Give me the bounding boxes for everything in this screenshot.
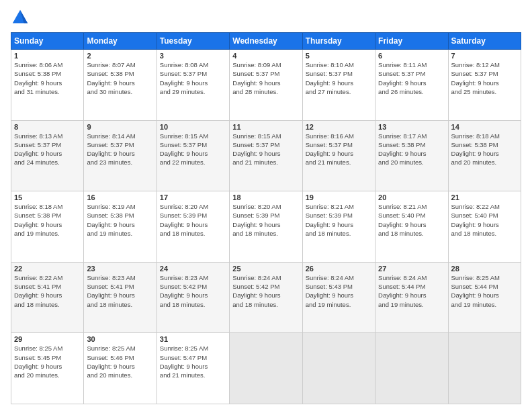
calendar-cell: 1Sunrise: 8:06 AM Sunset: 5:38 PM Daylig… — [11, 50, 84, 121]
calendar-cell: 12Sunrise: 8:16 AM Sunset: 5:37 PM Dayli… — [302, 120, 375, 191]
day-info: Sunrise: 8:14 AM Sunset: 5:37 PM Dayligh… — [87, 132, 153, 167]
calendar-cell: 6Sunrise: 8:11 AM Sunset: 5:37 PM Daylig… — [375, 50, 448, 121]
calendar-cell: 27Sunrise: 8:24 AM Sunset: 5:44 PM Dayli… — [375, 262, 448, 333]
calendar-cell: 22Sunrise: 8:22 AM Sunset: 5:41 PM Dayli… — [11, 262, 84, 333]
day-info: Sunrise: 8:21 AM Sunset: 5:40 PM Dayligh… — [378, 202, 445, 238]
day-number: 27 — [378, 265, 445, 273]
day-info: Sunrise: 8:23 AM Sunset: 5:42 PM Dayligh… — [160, 273, 226, 309]
day-number: 7 — [451, 52, 518, 60]
day-info: Sunrise: 8:15 AM Sunset: 5:37 PM Dayligh… — [160, 132, 226, 167]
calendar-cell: 13Sunrise: 8:17 AM Sunset: 5:38 PM Dayli… — [375, 120, 448, 191]
day-number: 6 — [378, 52, 445, 60]
day-number: 22 — [14, 265, 81, 273]
calendar-cell: 20Sunrise: 8:21 AM Sunset: 5:40 PM Dayli… — [375, 191, 448, 263]
day-info: Sunrise: 8:12 AM Sunset: 5:37 PM Dayligh… — [451, 60, 518, 96]
day-number: 9 — [87, 123, 153, 131]
day-number: 29 — [14, 335, 81, 343]
calendar-cell: 25Sunrise: 8:24 AM Sunset: 5:42 PM Dayli… — [230, 262, 302, 333]
day-info: Sunrise: 8:25 AM Sunset: 5:46 PM Dayligh… — [87, 344, 153, 379]
day-number: 5 — [306, 52, 372, 60]
calendar-cell: 30Sunrise: 8:25 AM Sunset: 5:46 PM Dayli… — [84, 333, 157, 404]
calendar-cell — [230, 333, 302, 404]
day-number: 13 — [378, 123, 445, 131]
calendar-cell: 3Sunrise: 8:08 AM Sunset: 5:37 PM Daylig… — [157, 50, 229, 121]
day-number: 26 — [306, 265, 372, 273]
day-number: 17 — [160, 193, 226, 201]
day-info: Sunrise: 8:21 AM Sunset: 5:39 PM Dayligh… — [306, 202, 372, 238]
week-row-1: 1Sunrise: 8:06 AM Sunset: 5:38 PM Daylig… — [11, 50, 521, 121]
day-number: 1 — [14, 52, 81, 60]
calendar-cell: 18Sunrise: 8:20 AM Sunset: 5:39 PM Dayli… — [230, 191, 302, 263]
day-info: Sunrise: 8:24 AM Sunset: 5:44 PM Dayligh… — [378, 273, 445, 309]
calendar-cell: 8Sunrise: 8:13 AM Sunset: 5:37 PM Daylig… — [11, 120, 84, 191]
column-header-monday: Monday — [84, 33, 157, 50]
calendar-header-row: SundayMondayTuesdayWednesdayThursdayFrid… — [11, 33, 521, 50]
day-info: Sunrise: 8:19 AM Sunset: 5:38 PM Dayligh… — [87, 202, 153, 238]
calendar-cell: 24Sunrise: 8:23 AM Sunset: 5:42 PM Dayli… — [157, 262, 229, 333]
day-info: Sunrise: 8:16 AM Sunset: 5:37 PM Dayligh… — [306, 132, 372, 167]
day-info: Sunrise: 8:17 AM Sunset: 5:38 PM Dayligh… — [378, 132, 445, 167]
day-number: 11 — [232, 123, 299, 131]
day-info: Sunrise: 8:18 AM Sunset: 5:38 PM Dayligh… — [14, 202, 81, 238]
day-number: 10 — [160, 123, 226, 131]
day-info: Sunrise: 8:09 AM Sunset: 5:37 PM Dayligh… — [232, 60, 299, 96]
day-number: 4 — [232, 52, 299, 60]
day-number: 2 — [87, 52, 153, 60]
column-header-saturday: Saturday — [448, 33, 521, 50]
day-info: Sunrise: 8:22 AM Sunset: 5:40 PM Dayligh… — [451, 202, 518, 238]
logo — [11, 8, 32, 27]
calendar-cell: 17Sunrise: 8:20 AM Sunset: 5:39 PM Dayli… — [157, 191, 229, 263]
day-number: 16 — [87, 193, 153, 201]
calendar-cell: 9Sunrise: 8:14 AM Sunset: 5:37 PM Daylig… — [84, 120, 157, 191]
calendar-cell: 10Sunrise: 8:15 AM Sunset: 5:37 PM Dayli… — [157, 120, 229, 191]
day-info: Sunrise: 8:10 AM Sunset: 5:37 PM Dayligh… — [306, 60, 372, 96]
day-number: 21 — [451, 193, 518, 201]
day-info: Sunrise: 8:25 AM Sunset: 5:45 PM Dayligh… — [14, 344, 81, 379]
day-number: 15 — [14, 193, 81, 201]
calendar-cell: 19Sunrise: 8:21 AM Sunset: 5:39 PM Dayli… — [302, 191, 375, 263]
page-header — [11, 8, 521, 27]
week-row-2: 8Sunrise: 8:13 AM Sunset: 5:37 PM Daylig… — [11, 120, 521, 191]
calendar-cell: 31Sunrise: 8:25 AM Sunset: 5:47 PM Dayli… — [157, 333, 229, 404]
calendar-cell — [302, 333, 375, 404]
calendar-cell: 14Sunrise: 8:18 AM Sunset: 5:38 PM Dayli… — [448, 120, 521, 191]
day-number: 19 — [306, 193, 372, 201]
column-header-thursday: Thursday — [302, 33, 375, 50]
day-info: Sunrise: 8:20 AM Sunset: 5:39 PM Dayligh… — [232, 202, 299, 238]
day-info: Sunrise: 8:15 AM Sunset: 5:37 PM Dayligh… — [232, 132, 299, 167]
week-row-5: 29Sunrise: 8:25 AM Sunset: 5:45 PM Dayli… — [11, 333, 521, 404]
day-info: Sunrise: 8:25 AM Sunset: 5:44 PM Dayligh… — [451, 273, 518, 309]
calendar-table: SundayMondayTuesdayWednesdayThursdayFrid… — [11, 32, 521, 404]
calendar-cell: 23Sunrise: 8:23 AM Sunset: 5:41 PM Dayli… — [84, 262, 157, 333]
day-number: 28 — [451, 265, 518, 273]
day-number: 25 — [232, 265, 299, 273]
day-number: 12 — [306, 123, 372, 131]
day-number: 3 — [160, 52, 226, 60]
calendar-cell: 7Sunrise: 8:12 AM Sunset: 5:37 PM Daylig… — [448, 50, 521, 121]
day-info: Sunrise: 8:25 AM Sunset: 5:47 PM Dayligh… — [160, 344, 226, 379]
day-number: 18 — [232, 193, 299, 201]
calendar-cell: 21Sunrise: 8:22 AM Sunset: 5:40 PM Dayli… — [448, 191, 521, 263]
day-info: Sunrise: 8:07 AM Sunset: 5:38 PM Dayligh… — [87, 60, 153, 96]
day-info: Sunrise: 8:13 AM Sunset: 5:37 PM Dayligh… — [14, 132, 81, 167]
day-number: 31 — [160, 335, 226, 343]
week-row-4: 22Sunrise: 8:22 AM Sunset: 5:41 PM Dayli… — [11, 262, 521, 333]
day-info: Sunrise: 8:24 AM Sunset: 5:43 PM Dayligh… — [306, 273, 372, 309]
calendar-cell: 29Sunrise: 8:25 AM Sunset: 5:45 PM Dayli… — [11, 333, 84, 404]
logo-icon — [11, 8, 30, 27]
column-header-wednesday: Wednesday — [230, 33, 302, 50]
day-number: 30 — [87, 335, 153, 343]
calendar-cell: 4Sunrise: 8:09 AM Sunset: 5:37 PM Daylig… — [230, 50, 302, 121]
column-header-friday: Friday — [375, 33, 448, 50]
day-info: Sunrise: 8:20 AM Sunset: 5:39 PM Dayligh… — [160, 202, 226, 238]
calendar-cell: 28Sunrise: 8:25 AM Sunset: 5:44 PM Dayli… — [448, 262, 521, 333]
day-info: Sunrise: 8:11 AM Sunset: 5:37 PM Dayligh… — [378, 60, 445, 96]
calendar-cell: 15Sunrise: 8:18 AM Sunset: 5:38 PM Dayli… — [11, 191, 84, 263]
calendar-cell — [375, 333, 448, 404]
column-header-tuesday: Tuesday — [157, 33, 229, 50]
calendar-cell: 26Sunrise: 8:24 AM Sunset: 5:43 PM Dayli… — [302, 262, 375, 333]
week-row-3: 15Sunrise: 8:18 AM Sunset: 5:38 PM Dayli… — [11, 191, 521, 263]
calendar-cell: 2Sunrise: 8:07 AM Sunset: 5:38 PM Daylig… — [84, 50, 157, 121]
calendar-cell: 11Sunrise: 8:15 AM Sunset: 5:37 PM Dayli… — [230, 120, 302, 191]
day-number: 8 — [14, 123, 81, 131]
